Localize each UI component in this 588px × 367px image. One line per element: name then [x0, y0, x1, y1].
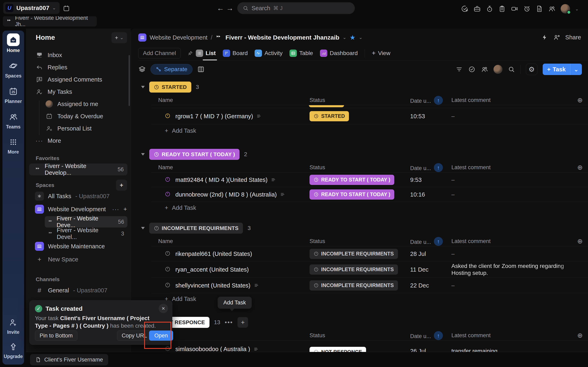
sidebar-list-fiverr-2[interactable]: Fiverr - Website Devel... 3	[45, 228, 127, 239]
sidebar-item-inbox[interactable]: Inbox	[26, 49, 131, 61]
sidebar-item-today-overdue[interactable]: Today & Overdue	[26, 110, 131, 122]
status-clock-icon[interactable]	[165, 113, 171, 119]
sort-ascending-icon[interactable]: ↑	[434, 96, 443, 105]
sidebar-space-all-tasks[interactable]: All Tasks - Upastra007	[26, 190, 131, 203]
description-icon[interactable]	[280, 192, 285, 197]
task-row[interactable]: rgrow1 7 ( MID 7 ) (Germany) STARTED 10:…	[151, 108, 588, 124]
automation-bolt-icon[interactable]	[542, 34, 548, 41]
sidebar-list-fiverr-1[interactable]: Fiverr - Website Deve... 56	[45, 216, 127, 227]
chevron-down-icon[interactable]: ⌄	[343, 35, 346, 40]
rail-item-home[interactable]: Home	[7, 33, 20, 53]
new-task-icon[interactable]	[461, 5, 468, 12]
status-pill[interactable]: INCOMPLETE REQUIRMENTS	[310, 249, 398, 259]
add-view-button[interactable]: + View	[372, 47, 390, 59]
date-updated[interactable]: 22 Dec	[410, 282, 429, 289]
space-icon[interactable]	[138, 33, 146, 42]
status-pill[interactable]: READY TO START ( TODAY )	[310, 189, 394, 200]
open-window-tab[interactable]: Fiverr - Website Development Jh...	[3, 16, 97, 26]
favorite-item[interactable]: Fiverr - Website Develop... 56	[29, 164, 127, 175]
favorite-star-icon[interactable]: ★	[350, 34, 356, 42]
task-row[interactable]: shellyvincent (United States) INCOMPLETE…	[151, 278, 588, 293]
space-menu-icon[interactable]: ···	[112, 206, 119, 213]
collapse-triangle-icon[interactable]	[141, 227, 145, 229]
alarm-icon[interactable]	[523, 5, 531, 12]
share-person-icon[interactable]	[553, 34, 560, 41]
sidebar-space-website-maintenance[interactable]: Website Maintenance	[26, 240, 131, 253]
status-pill[interactable]: READY TO START ( TODAY )	[310, 175, 394, 185]
clipboard-icon[interactable]	[498, 5, 506, 12]
description-icon[interactable]	[271, 177, 276, 183]
task-name[interactable]: dunnobreow (2nd) ( MID 8 ) (Australia)	[175, 191, 277, 198]
add-space-button[interactable]: +	[116, 180, 127, 191]
subtasks-separate-pill[interactable]: Separate	[150, 64, 192, 75]
date-updated[interactable]: 11 Dec	[410, 266, 429, 273]
rail-item-spaces[interactable]: Spaces	[5, 61, 22, 79]
share-button[interactable]: Share	[565, 34, 581, 41]
add-task-button[interactable]: +Add Task	[151, 202, 588, 214]
task-row[interactable]: matt92484 ( MID 4 )(United States) READY…	[151, 173, 588, 187]
new-task-button[interactable]: +Task ⌄	[543, 64, 582, 75]
add-task-button[interactable]: +Add Task	[151, 124, 588, 137]
rail-item-teams[interactable]: Teams	[6, 112, 20, 130]
task-name[interactable]: matt92484 ( MID 4 )(United States)	[175, 176, 268, 183]
group-layers-icon[interactable]	[138, 66, 146, 73]
rail-item-more[interactable]: More	[8, 138, 19, 155]
status-pill[interactable]: STARTED	[310, 111, 349, 121]
description-icon[interactable]	[254, 283, 259, 288]
task-row[interactable]: ryan_accent (United States) INCOMPLETE R…	[151, 261, 588, 278]
sidebar-item-assigned-to-me[interactable]: Assigned to me	[26, 98, 131, 110]
add-channel-button[interactable]: Add Channel	[138, 48, 181, 58]
sidebar-add-button[interactable]: +⌄	[112, 32, 127, 43]
chevron-down-icon[interactable]: ⌄	[359, 35, 362, 40]
task-name[interactable]: ryan_accent (United States)	[175, 266, 249, 273]
sort-ascending-icon[interactable]: ↑	[434, 237, 443, 246]
sort-ascending-icon[interactable]: ↑	[434, 331, 443, 340]
task-row[interactable]: rikenpatel661 (United States) INCOMPLETE…	[151, 246, 588, 261]
add-column-icon[interactable]: ⊕	[577, 332, 583, 339]
date-updated[interactable]: 9:53	[410, 176, 422, 183]
add-column-icon[interactable]: ⊕	[577, 237, 583, 245]
clipped-task-row[interactable]	[151, 105, 588, 108]
tab-table[interactable]: Table	[290, 47, 313, 59]
task-name[interactable]: rgrow1 7 ( MID 7 ) (Germany)	[175, 113, 253, 119]
add-task-button[interactable]: +Add Task	[151, 293, 588, 305]
search-icon[interactable]	[508, 66, 515, 73]
collapse-triangle-icon[interactable]	[141, 153, 145, 156]
document-icon[interactable]	[536, 5, 543, 12]
group-header-incomplete-requirments[interactable]: INCOMPLETE REQUIRMENTS 3	[141, 223, 588, 234]
status-pill[interactable]: INCOMPLETE REQUIRMENTS	[310, 280, 398, 291]
timer-icon[interactable]	[486, 5, 493, 12]
page-title[interactable]: Fiverr - Website Development Jhanzaib	[225, 34, 339, 41]
date-updated[interactable]: 10:53	[410, 113, 425, 119]
status-circle-icon[interactable]	[165, 282, 171, 289]
group-header-ready-to-start[interactable]: READY TO START ( TODAY ) 2	[141, 149, 588, 160]
breadcrumb-space[interactable]: Website Development	[150, 34, 208, 41]
user-avatar[interactable]	[561, 4, 570, 13]
task-row[interactable]: dunnobreow (2nd) ( MID 8 ) (Australia) R…	[151, 187, 588, 202]
briefcase-icon[interactable]	[474, 5, 481, 12]
sort-ascending-icon[interactable]: ↑	[434, 163, 443, 172]
status-clock-icon[interactable]	[165, 191, 171, 198]
me-filter-avatar[interactable]	[493, 65, 502, 74]
status-clock-icon[interactable]	[165, 176, 171, 183]
add-column-icon[interactable]: ⊕	[577, 164, 583, 171]
description-icon[interactable]	[256, 114, 261, 119]
columns-icon[interactable]	[197, 66, 205, 73]
tab-list[interactable]: List	[196, 47, 216, 59]
calendar-icon[interactable]	[63, 5, 70, 13]
filter-icon[interactable]	[456, 66, 463, 73]
sidebar-item-my-tasks[interactable]: My Tasks	[26, 86, 131, 98]
date-updated[interactable]: 10:16	[410, 191, 425, 198]
date-updated[interactable]: 28 Jul	[410, 250, 426, 257]
settings-gear-button[interactable]: ⚙	[526, 64, 537, 75]
add-column-icon[interactable]: ⊕	[577, 96, 583, 104]
status-pill[interactable]: INCOMPLETE REQUIRMENTS	[310, 264, 398, 275]
group-add-task-button[interactable]: +	[237, 317, 248, 328]
group-header-started[interactable]: STARTED 3	[141, 82, 588, 92]
forward-arrow[interactable]: →	[226, 4, 233, 12]
close-icon[interactable]: ×	[159, 304, 168, 313]
rail-item-planner[interactable]: 25 Planner	[5, 87, 22, 104]
back-arrow[interactable]: ←	[217, 4, 224, 12]
pin-to-bottom-button[interactable]: Pin to Bottom	[35, 331, 77, 341]
new-space-button[interactable]: + New Space	[26, 253, 131, 266]
